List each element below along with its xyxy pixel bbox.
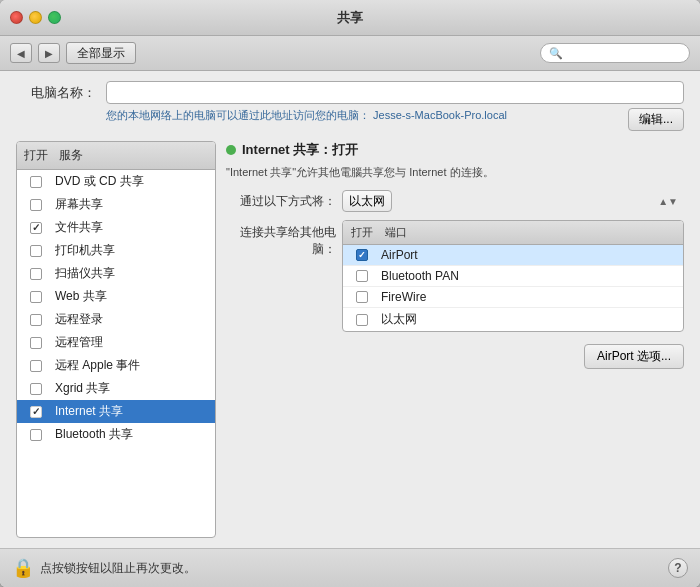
- service-list-panel: 打开 服务 DVD 或 CD 共享屏幕共享文件共享打印机共享扫描仪共享Web 共…: [16, 141, 216, 538]
- maximize-button[interactable]: [48, 11, 61, 24]
- service-name-remote-mgmt: 远程管理: [55, 334, 215, 351]
- service-checkbox-file[interactable]: [30, 222, 42, 234]
- connections-label: 连接共享给其他电脑：: [226, 220, 336, 258]
- service-item-print[interactable]: 打印机共享: [17, 239, 215, 262]
- service-item-dvd[interactable]: DVD 或 CD 共享: [17, 170, 215, 193]
- service-checkbox-bluetooth[interactable]: [30, 429, 42, 441]
- status-label: Internet 共享：打开: [242, 141, 358, 159]
- service-item-screen[interactable]: 屏幕共享: [17, 193, 215, 216]
- service-name-scan: 扫描仪共享: [55, 265, 215, 282]
- service-name-xgrid: Xgrid 共享: [55, 380, 215, 397]
- connection-checkbox-bluetooth-pan[interactable]: [356, 270, 368, 282]
- toolbar: ◀ ▶ 全部显示 🔍: [0, 36, 700, 71]
- computer-name-row: 电脑名称： "Jesse"的"MacBook Pro": [16, 81, 684, 104]
- main-panel: 打开 服务 DVD 或 CD 共享屏幕共享文件共享打印机共享扫描仪共享Web 共…: [16, 141, 684, 538]
- edit-button[interactable]: 编辑...: [628, 108, 684, 131]
- lock-icon: 🔒: [12, 557, 34, 579]
- status-description: "Internet 共享"允许其他電腦共享您与 Internet 的连接。: [226, 165, 684, 180]
- service-item-remote-apple[interactable]: 远程 Apple 事件: [17, 354, 215, 377]
- service-checkbox-web[interactable]: [30, 291, 42, 303]
- service-checkbox-print[interactable]: [30, 245, 42, 257]
- service-checkbox-scan[interactable]: [30, 268, 42, 280]
- service-name-remote-apple: 远程 Apple 事件: [55, 357, 215, 374]
- connections-table: 打开 端口 AirPortBluetooth PANFireWire以太网: [342, 220, 684, 332]
- service-name-remote-login: 远程登录: [55, 311, 215, 328]
- computer-name-label: 电脑名称：: [16, 84, 96, 102]
- service-name-bluetooth: Bluetooth 共享: [55, 426, 215, 443]
- lock-area[interactable]: 🔒 点按锁按钮以阻止再次更改。: [12, 557, 196, 579]
- service-checkbox-xgrid[interactable]: [30, 383, 42, 395]
- connection-item-bluetooth-pan[interactable]: Bluetooth PAN: [343, 266, 683, 287]
- connection-name-ethernet: 以太网: [381, 311, 683, 328]
- service-name-screen: 屏幕共享: [55, 196, 215, 213]
- bottom-bar: 🔒 点按锁按钮以阻止再次更改。 ?: [0, 548, 700, 587]
- share-via-row: 通过以下方式将： 以太网 ▲▼: [226, 190, 684, 212]
- service-checkbox-remote-apple[interactable]: [30, 360, 42, 372]
- connection-checkbox-airport[interactable]: [356, 249, 368, 261]
- service-item-web[interactable]: Web 共享: [17, 285, 215, 308]
- search-input[interactable]: [567, 46, 681, 60]
- connections-header: 打开 端口: [343, 221, 683, 245]
- search-box: 🔍: [540, 43, 690, 63]
- status-row: Internet 共享：打开: [226, 141, 684, 159]
- service-name-print: 打印机共享: [55, 242, 215, 259]
- close-button[interactable]: [10, 11, 23, 24]
- service-checkbox-dvd[interactable]: [30, 176, 42, 188]
- service-name-internet: Internet 共享: [55, 403, 215, 420]
- service-name-dvd: DVD 或 CD 共享: [55, 173, 215, 190]
- conn-header-open: 打开: [343, 223, 381, 242]
- connections-row: 连接共享给其他电脑： 打开 端口 AirPortBluetooth PANFir…: [226, 220, 684, 332]
- service-name-web: Web 共享: [55, 288, 215, 305]
- search-icon: 🔍: [549, 47, 563, 60]
- service-item-remote-login[interactable]: 远程登录: [17, 308, 215, 331]
- lock-text: 点按锁按钮以阻止再次更改。: [40, 560, 196, 577]
- back-button[interactable]: ◀: [10, 43, 32, 63]
- connection-name-firewire: FireWire: [381, 290, 683, 304]
- connection-item-airport[interactable]: AirPort: [343, 245, 683, 266]
- header-service: 服务: [55, 145, 215, 166]
- service-checkbox-remote-mgmt[interactable]: [30, 337, 42, 349]
- local-address-row: 您的本地网络上的电脑可以通过此地址访问您的电脑： Jesse-s-MacBook…: [16, 108, 684, 131]
- service-list-header: 打开 服务: [17, 142, 215, 170]
- connection-item-firewire[interactable]: FireWire: [343, 287, 683, 308]
- minimize-button[interactable]: [29, 11, 42, 24]
- forward-button[interactable]: ▶: [38, 43, 60, 63]
- service-checkbox-screen[interactable]: [30, 199, 42, 211]
- show-all-button[interactable]: 全部显示: [66, 42, 136, 64]
- title-bar: 共享: [0, 0, 700, 36]
- content-area: 电脑名称： "Jesse"的"MacBook Pro" 您的本地网络上的电脑可以…: [0, 71, 700, 548]
- service-item-file[interactable]: 文件共享: [17, 216, 215, 239]
- service-item-bluetooth[interactable]: Bluetooth 共享: [17, 423, 215, 446]
- share-via-select-wrapper: 以太网 ▲▼: [342, 190, 684, 212]
- share-via-select[interactable]: 以太网: [342, 190, 392, 212]
- right-panel: Internet 共享：打开 "Internet 共享"允许其他電腦共享您与 I…: [226, 141, 684, 538]
- service-item-xgrid[interactable]: Xgrid 共享: [17, 377, 215, 400]
- connection-name-airport: AirPort: [381, 248, 683, 262]
- service-list: DVD 或 CD 共享屏幕共享文件共享打印机共享扫描仪共享Web 共享远程登录远…: [17, 170, 215, 537]
- header-open: 打开: [17, 145, 55, 166]
- status-indicator: [226, 145, 236, 155]
- computer-name-input[interactable]: "Jesse"的"MacBook Pro": [106, 81, 684, 104]
- connection-checkbox-ethernet[interactable]: [356, 314, 368, 326]
- service-name-file: 文件共享: [55, 219, 215, 236]
- connection-name-bluetooth-pan: Bluetooth PAN: [381, 269, 683, 283]
- service-item-remote-mgmt[interactable]: 远程管理: [17, 331, 215, 354]
- help-button[interactable]: ?: [668, 558, 688, 578]
- service-item-scan[interactable]: 扫描仪共享: [17, 262, 215, 285]
- chevron-down-icon: ▲▼: [658, 196, 678, 207]
- airport-options-button[interactable]: AirPort 选项...: [584, 344, 684, 369]
- service-checkbox-remote-login[interactable]: [30, 314, 42, 326]
- connections-items: AirPortBluetooth PANFireWire以太网: [343, 245, 683, 331]
- service-item-internet[interactable]: Internet 共享: [17, 400, 215, 423]
- connection-checkbox-firewire[interactable]: [356, 291, 368, 303]
- traffic-lights: [10, 11, 61, 24]
- conn-header-port: 端口: [381, 223, 683, 242]
- connection-item-ethernet[interactable]: 以太网: [343, 308, 683, 331]
- service-checkbox-internet[interactable]: [30, 406, 42, 418]
- share-via-label: 通过以下方式将：: [226, 193, 336, 210]
- window-title: 共享: [337, 9, 363, 27]
- local-address-text: 您的本地网络上的电脑可以通过此地址访问您的电脑： Jesse-s-MacBook…: [106, 108, 618, 123]
